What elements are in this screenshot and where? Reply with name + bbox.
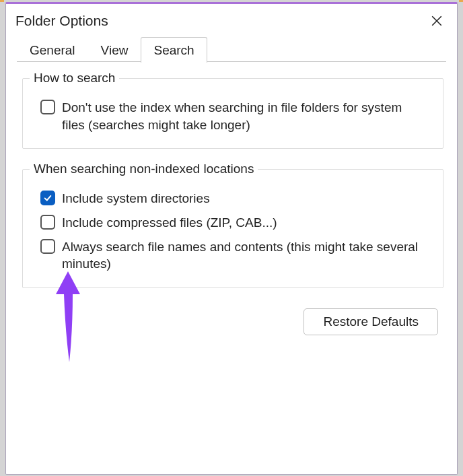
close-button[interactable] [426,10,448,32]
group-legend: How to search [30,71,119,86]
restore-row: Restore Defaults [22,308,443,335]
option-label: Include compressed files (ZIP, CAB...) [62,214,277,232]
group-how-to-search: How to search Don't use the index when s… [22,78,443,149]
option-dont-use-index[interactable]: Don't use the index when searching in fi… [35,99,431,133]
option-include-compressed[interactable]: Include compressed files (ZIP, CAB...) [35,214,431,232]
tab-general[interactable]: General [17,37,88,63]
group-non-indexed: When searching non-indexed locations Inc… [22,169,443,288]
group-legend: When searching non-indexed locations [30,162,258,176]
button-label: Restore Defaults [323,314,419,329]
checkbox-dont-use-index[interactable] [40,100,55,114]
option-label: Include system directories [62,190,210,207]
tab-label: View [101,43,129,57]
checkbox-include-compressed[interactable] [40,215,55,230]
checkbox-always-search-contents[interactable] [40,239,55,254]
restore-defaults-button[interactable]: Restore Defaults [304,308,438,335]
option-always-search-contents[interactable]: Always search file names and contents (t… [35,238,431,273]
titlebar: Folder Options [6,4,457,35]
tab-content: How to search Don't use the index when s… [6,62,457,342]
checkbox-include-system-dirs[interactable] [40,191,55,205]
check-icon [43,193,52,203]
option-label: Don't use the index when searching in fi… [62,99,425,133]
option-label: Always search file names and contents (t… [62,238,425,273]
option-include-system-dirs[interactable]: Include system directories [35,190,431,207]
tab-label: Search [153,43,194,57]
tab-label: General [30,43,75,57]
tab-search[interactable]: Search [141,37,207,63]
window-title: Folder Options [15,13,108,29]
tabstrip: General View Search [6,35,457,62]
folder-options-window: Folder Options General View Search How t… [5,2,458,475]
close-icon [431,15,443,27]
tab-view[interactable]: View [88,37,141,63]
